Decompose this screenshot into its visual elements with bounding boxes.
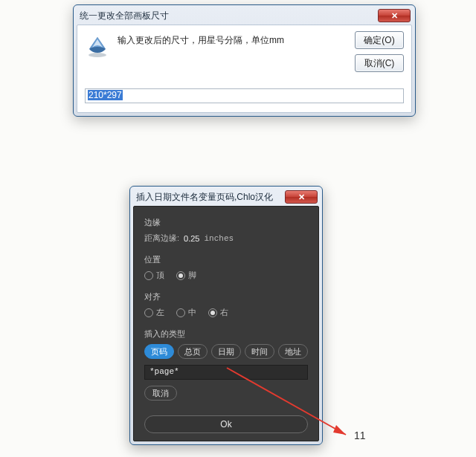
svg-point-0 xyxy=(89,53,106,57)
insert-chip-page[interactable]: 页码 xyxy=(144,344,174,359)
dialog-body: 输入更改后的尺寸，用星号分隔，单位mm 确定(O) 取消(C) 210*297 xyxy=(77,25,412,113)
align-radio-label: 右 xyxy=(220,307,228,318)
position-radio-header[interactable] xyxy=(144,271,153,280)
insert-chip-time[interactable]: 时间 xyxy=(245,344,274,359)
dialog-body: 边缘 距离边缘: 0.25 inches 位置 顶脚 对齐 左中右 插入的类型 … xyxy=(133,206,319,441)
align-radio-center[interactable] xyxy=(176,308,185,317)
group-label: 位置 xyxy=(144,254,308,265)
margin-group: 边缘 距离边缘: 0.25 inches xyxy=(144,217,308,244)
margin-label: 距离边缘: xyxy=(144,233,179,244)
cancel-button[interactable]: 取消 xyxy=(144,386,177,401)
group-label: 插入的类型 xyxy=(144,328,308,340)
close-icon: ✕ xyxy=(298,192,305,202)
align-group: 对齐 左中右 xyxy=(144,291,308,318)
page-number: 11 xyxy=(354,430,366,441)
dialog-message: 输入更改后的尺寸，用星号分隔，单位mm xyxy=(118,33,347,47)
ok-button[interactable]: Ok xyxy=(144,415,308,433)
insert-chip-path[interactable]: 地址 xyxy=(278,344,308,359)
cancel-button[interactable]: 取消(C) xyxy=(355,54,404,72)
insert-chip-date[interactable]: 日期 xyxy=(211,344,241,359)
position-radio-label: 脚 xyxy=(188,270,196,281)
align-radio-right[interactable] xyxy=(208,308,217,317)
close-icon: ✕ xyxy=(391,11,398,21)
align-radio-label: 左 xyxy=(156,307,164,318)
titlebar: 插入日期文件名变量页码,Chlo汉化 ✕ xyxy=(133,189,319,206)
size-input-value: 210*297 xyxy=(88,90,123,100)
svg-marker-2 xyxy=(333,425,346,435)
group-label: 对齐 xyxy=(144,291,308,302)
ok-button[interactable]: 确定(O) xyxy=(355,31,404,49)
align-radio-left[interactable] xyxy=(144,308,153,317)
format-input-value: *page* xyxy=(149,367,179,376)
close-button[interactable]: ✕ xyxy=(378,9,411,22)
close-button[interactable]: ✕ xyxy=(285,190,318,204)
insert-chip-total[interactable]: 总页 xyxy=(178,344,208,359)
group-label: 边缘 xyxy=(144,217,308,228)
insert-variable-dialog: 插入日期文件名变量页码,Chlo汉化 ✕ 边缘 距离边缘: 0.25 inche… xyxy=(129,186,323,445)
position-group: 位置 顶脚 xyxy=(144,254,308,281)
margin-unit: inches xyxy=(204,234,234,243)
size-input[interactable]: 210*297 xyxy=(85,88,404,103)
format-input[interactable]: *page* xyxy=(144,365,308,380)
position-radio-footer[interactable] xyxy=(176,271,185,280)
insert-type-group: 插入的类型 页码总页日期时间地址文件名 xyxy=(144,328,308,359)
dialog-title: 统一更改全部画板尺寸 xyxy=(80,10,378,22)
dialog-title: 插入日期文件名变量页码,Chlo汉化 xyxy=(136,191,285,204)
margin-value[interactable]: 0.25 xyxy=(184,234,199,243)
resize-artboards-dialog: 统一更改全部画板尺寸 ✕ 输入更改后的尺寸，用星号分隔，单位mm 确定(O) 取… xyxy=(73,4,416,117)
titlebar: 统一更改全部画板尺寸 ✕ xyxy=(77,8,412,25)
align-radio-label: 中 xyxy=(188,307,196,318)
position-radio-label: 顶 xyxy=(156,270,164,281)
info-icon xyxy=(85,33,110,58)
